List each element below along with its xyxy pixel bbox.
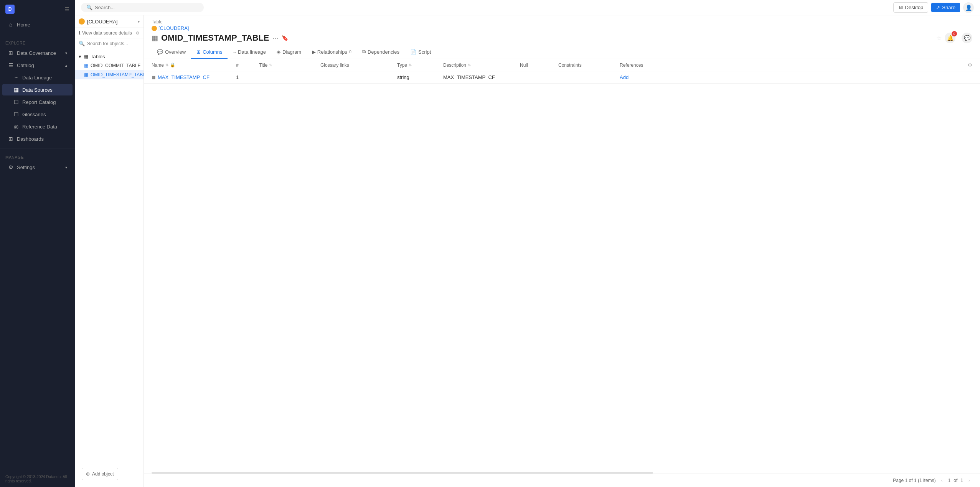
more-options-button[interactable]: ⋯ — [272, 35, 279, 42]
table-icon: ▦ — [84, 72, 88, 77]
datasource-chevron-icon: ▾ — [138, 20, 140, 24]
sidebar-header: D ☰ — [0, 0, 75, 18]
sort-name-icon[interactable]: ⇅ — [165, 63, 168, 67]
tab-columns[interactable]: ⊞ Columns — [191, 46, 228, 59]
col-header-glossary: Glossary links — [320, 63, 397, 68]
view-details-link[interactable]: ℹ View data source details ⚙ — [75, 28, 144, 38]
search-objects-input[interactable] — [87, 41, 140, 46]
app-logo: D — [5, 5, 15, 14]
middle-panel: [CLOUDERA] ▾ ℹ View data source details … — [75, 15, 144, 487]
sidebar-item-data-sources[interactable]: ▦ Data Sources — [2, 84, 73, 95]
pagination-row: Page 1 of 1 (1 items) ‹ 1 of 1 › — [144, 474, 980, 487]
tab-data-lineage[interactable]: ~ Data lineage — [228, 46, 271, 59]
cell-references: Add — [620, 74, 961, 80]
topbar: 🔍 🖥 Desktop ↗ Share 👤 — [75, 0, 980, 15]
global-search[interactable]: 🔍 — [81, 3, 204, 12]
user-profile-button[interactable]: 👤 — [963, 2, 974, 13]
notification-button[interactable]: 🔔 0 — [945, 33, 955, 43]
column-name-link[interactable]: MAX_TIMESTAMP_CF — [158, 74, 210, 80]
sidebar-item-reference-data[interactable]: ◎ Reference Data — [2, 121, 73, 132]
tables-tree: ▾ ▦ Tables ▦ OMID_COMMIT_TABLE ▦ OMID_TI… — [75, 49, 144, 82]
bookmark-button[interactable]: 🔖 — [282, 35, 288, 41]
sidebar-item-label: Report Catalog — [22, 99, 56, 105]
chevron-down-icon: ▾ — [65, 165, 67, 169]
tables-tree-header[interactable]: ▾ ▦ Tables — [75, 52, 144, 61]
object-search-wrapper: 🔍 — [75, 38, 144, 49]
next-page-button[interactable]: › — [966, 477, 972, 484]
add-object-button[interactable]: ⊕ Add object — [82, 468, 118, 480]
sidebar-item-label: Settings — [17, 165, 35, 170]
details-settings-icon: ⚙ — [136, 31, 140, 36]
table-title-row: ▦ OMID_TIMESTAMP_TABLE ⋯ 🔖 ☆ 🔔 0 💬 — [144, 31, 980, 43]
tab-script[interactable]: 📄 Script — [405, 46, 436, 59]
tab-relationships[interactable]: ▶ Relationships 0 — [307, 46, 357, 59]
cell-number: 1 — [236, 74, 259, 80]
sort-desc-icon[interactable]: ⇅ — [468, 63, 471, 67]
column-type-icon: ▦ — [152, 75, 155, 80]
table-type-label: Table — [144, 15, 980, 25]
search-objects-icon: 🔍 — [79, 41, 85, 46]
tab-diagram[interactable]: ◈ Diagram — [271, 46, 307, 59]
sidebar-item-glossaries[interactable]: ☐ Glossaries — [2, 109, 73, 120]
datasource-indicator — [79, 18, 85, 25]
sidebar: D ☰ ⌂ Home EXPLORE ⊞ Data Governance ▾ ☰… — [0, 0, 75, 487]
comments-button[interactable]: 💬 — [962, 33, 972, 43]
tab-dependencies[interactable]: ⧉ Dependencies — [357, 46, 405, 59]
tree-item-label: OMID_COMMIT_TABLE — [91, 63, 140, 68]
middle-bottom: ⊕ Add object — [75, 461, 144, 487]
settings-icon: ⚙ — [8, 164, 14, 170]
cell-description: MAX_TIMESTAMP_CF — [443, 74, 520, 80]
total-pages: 1 — [960, 478, 963, 483]
sidebar-item-data-lineage[interactable]: ~ Data Lineage — [2, 72, 73, 83]
share-icon: ↗ — [936, 5, 940, 10]
diagram-icon: ◈ — [277, 49, 280, 55]
dependencies-icon: ⧉ — [362, 49, 366, 55]
prev-page-button[interactable]: ‹ — [939, 477, 945, 484]
share-button[interactable]: ↗ Share — [931, 3, 960, 12]
governance-icon: ⊞ — [8, 50, 14, 56]
col-header-number: # — [236, 63, 259, 68]
report-icon: ☐ — [13, 99, 19, 105]
chevron-up-icon: ▴ — [65, 63, 67, 67]
cell-type: string — [397, 74, 443, 80]
columns-table-header: Name ⇅ 🔒 # Title ⇅ Glossary links Type ⇅… — [144, 59, 980, 71]
sidebar-item-report-catalog[interactable]: ☐ Report Catalog — [2, 96, 73, 108]
sort-title-icon[interactable]: ⇅ — [269, 63, 272, 67]
sidebar-item-catalog[interactable]: ☰ Catalog ▴ — [2, 59, 73, 71]
favorite-button[interactable]: ☆ — [936, 35, 942, 42]
page-title: OMID_TIMESTAMP_TABLE — [161, 33, 269, 43]
tab-overview[interactable]: 💬 Overview — [152, 46, 191, 59]
tree-item-label: OMID_TIMESTAMP_TABLE — [91, 72, 144, 77]
sidebar-item-home[interactable]: ⌂ Home — [2, 19, 73, 30]
desktop-button[interactable]: 🖥 Desktop — [893, 2, 929, 13]
sidebar-collapse-button[interactable]: ☰ — [64, 6, 69, 12]
tree-item-omid-commit[interactable]: ▦ OMID_COMMIT_TABLE — [75, 61, 144, 70]
lineage-icon: ~ — [13, 74, 19, 81]
datasource-name: [CLOUDERA] — [87, 19, 117, 25]
sidebar-item-settings[interactable]: ⚙ Settings ▾ — [2, 161, 73, 173]
search-input[interactable] — [95, 5, 198, 10]
datasource-selector[interactable]: [CLOUDERA] ▾ — [75, 15, 144, 28]
lock-icon: 🔒 — [170, 63, 175, 67]
col-header-references: References — [620, 63, 961, 68]
sidebar-item-data-governance[interactable]: ⊞ Data Governance ▾ — [2, 47, 73, 59]
sort-type-icon[interactable]: ⇅ — [409, 63, 412, 67]
sidebar-item-dashboards[interactable]: ⊞ Dashboards — [2, 133, 73, 145]
tree-item-omid-timestamp[interactable]: ▦ OMID_TIMESTAMP_TABLE — [75, 70, 144, 79]
sidebar-item-label: Glossaries — [22, 112, 46, 117]
datasource-icon: ▦ — [13, 87, 19, 93]
sidebar-footer: Copyright © 2013-2024 Dataedo. All right… — [0, 471, 75, 487]
col-header-null: Null — [520, 63, 558, 68]
table-settings-icon[interactable]: ⚙ — [968, 62, 972, 68]
dashboard-icon: ⊞ — [8, 136, 14, 142]
col-header-constraints: Constraints — [558, 63, 620, 68]
main-content: Table [CLOUDERA] ▦ OMID_TIMESTAMP_TABLE … — [144, 15, 980, 487]
col-header-type: Type ⇅ — [397, 63, 443, 68]
table-icon: ▦ — [84, 63, 88, 68]
tables-icon: ▦ — [84, 54, 88, 59]
pagination-label: Page 1 of 1 (1 items) — [893, 478, 935, 483]
sidebar-item-label: Home — [17, 22, 30, 28]
breadcrumb-source-link[interactable]: [CLOUDERA] — [158, 25, 189, 31]
info-icon: ℹ — [79, 30, 81, 36]
add-reference-link[interactable]: Add — [620, 74, 629, 80]
